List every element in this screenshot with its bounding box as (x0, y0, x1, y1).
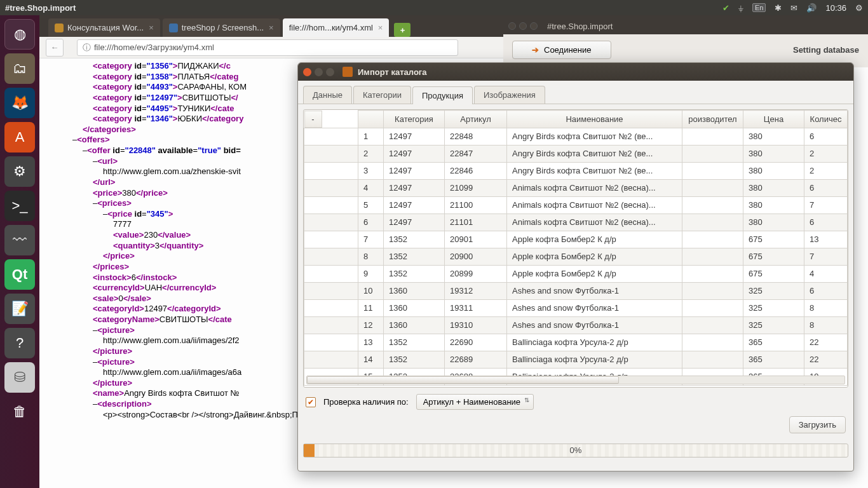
setting-titlebar[interactable]: #tree.Shop.import (503, 18, 868, 34)
cell-manufacturer[interactable] (682, 145, 743, 162)
dash-icon[interactable]: ◍ (4, 19, 35, 50)
table-row[interactable]: 21249722847Angry Birds кофта Свитшот №2 … (304, 145, 848, 162)
mail-icon[interactable]: ✉ (790, 3, 797, 13)
cell-qty[interactable]: 2 (804, 162, 848, 179)
dialog-titlebar[interactable]: Импорт каталога (298, 63, 853, 81)
scrollbar-thumb[interactable] (307, 376, 619, 384)
cell-manufacturer[interactable] (682, 334, 743, 351)
cell-price[interactable]: 325 (743, 299, 804, 316)
cell-price[interactable]: 380 (743, 128, 804, 145)
browser-tab[interactable]: Консультация Wor...× (48, 18, 160, 37)
disk-icon[interactable]: ⛁ (4, 362, 35, 393)
cell-article[interactable]: 22846 (445, 162, 507, 179)
cell-name[interactable]: Ashes and snow Футболка-1 (507, 316, 682, 334)
cell-name[interactable]: Ballinciaga кофта Урсула-2 д/р (507, 334, 682, 351)
window-max-icon[interactable] (530, 22, 538, 30)
volume-icon[interactable]: 🔊 (806, 3, 817, 13)
table-row[interactable]: 41249721099Animals кофта Свитшот №2 (вес… (304, 179, 848, 196)
bluetooth-icon[interactable]: ✱ (775, 3, 782, 13)
trash-icon[interactable]: 🗑 (4, 396, 35, 427)
cell-qty[interactable]: 6 (804, 179, 848, 196)
cell-category[interactable]: 1352 (384, 248, 445, 265)
url-input[interactable] (77, 39, 458, 56)
tab-categories[interactable]: Категории (353, 86, 411, 104)
cell-article[interactable]: 22689 (445, 351, 507, 368)
window-min-icon[interactable] (519, 22, 527, 30)
col-category[interactable]: Категория (384, 111, 445, 128)
grid-corner-button[interactable]: - (304, 111, 322, 128)
horizontal-scrollbar[interactable] (306, 376, 845, 384)
cell-price[interactable]: 380 (743, 145, 804, 162)
cell-manufacturer[interactable] (682, 299, 743, 316)
window-close-icon[interactable] (508, 22, 516, 30)
cell-name[interactable]: Angry Birds кофта Свитшот №2 (ве... (507, 128, 682, 145)
cell-article[interactable]: 21101 (445, 214, 507, 231)
cell-category[interactable]: 12497 (384, 145, 445, 162)
cell-name[interactable]: Animals кофта Свитшот №2 (весна)... (507, 214, 682, 231)
cell-name[interactable]: Ashes and snow Футболка-1 (507, 282, 682, 299)
cell-name[interactable]: Animals кофта Свитшот №2 (весна)... (507, 196, 682, 214)
settings-icon[interactable]: ⚙ (4, 156, 35, 187)
cell-article[interactable]: 19310 (445, 316, 507, 334)
cell-manufacturer[interactable] (682, 231, 743, 248)
cell-article[interactable]: 20900 (445, 248, 507, 265)
cell-article[interactable]: 22690 (445, 334, 507, 351)
cell-article[interactable]: 21099 (445, 179, 507, 196)
files-icon[interactable]: 🗂 (4, 53, 35, 84)
text-editor-icon[interactable]: 📝 (4, 294, 35, 324)
cell-article[interactable]: 19312 (445, 282, 507, 299)
col-name[interactable]: Наименование (507, 111, 682, 128)
table-row[interactable]: 11249722848Angry Birds кофта Свитшот №2 … (304, 128, 848, 145)
cell-manufacturer[interactable] (682, 162, 743, 179)
window-max-icon[interactable] (326, 68, 334, 76)
cell-qty[interactable]: 8 (804, 316, 848, 334)
cell-qty[interactable]: 6 (804, 128, 848, 145)
cell-price[interactable]: 380 (743, 179, 804, 196)
mysql-icon[interactable]: 〰 (4, 225, 35, 255)
cell-name[interactable]: Apple кофта Бомбер2 К д/р (507, 248, 682, 265)
cell-qty[interactable]: 8 (804, 299, 848, 316)
cell-category[interactable]: 1360 (384, 299, 445, 316)
cell-category[interactable]: 1360 (384, 282, 445, 299)
cell-manufacturer[interactable] (682, 196, 743, 214)
table-row[interactable]: 61249721101Animals кофта Свитшот №2 (вес… (304, 214, 848, 231)
help-icon[interactable]: ? (4, 328, 35, 358)
cell-price[interactable]: 380 (743, 196, 804, 214)
cell-manufacturer[interactable] (682, 214, 743, 231)
table-row[interactable]: 8135220900Apple кофта Бомбер2 К д/р6757 (304, 248, 848, 265)
cell-name[interactable]: Apple кофта Бомбер2 К д/р (507, 231, 682, 248)
cell-manufacturer[interactable] (682, 351, 743, 368)
window-min-icon[interactable] (315, 68, 323, 76)
table-row[interactable]: 12136019310Ashes and snow Футболка-13258 (304, 316, 848, 334)
close-tab-icon[interactable]: × (378, 23, 383, 32)
tab-images[interactable]: Изображения (474, 86, 545, 104)
cell-price[interactable]: 325 (743, 316, 804, 334)
cell-article[interactable]: 22847 (445, 145, 507, 162)
cell-qty[interactable]: 22 (804, 351, 848, 368)
cell-category[interactable]: 12497 (384, 162, 445, 179)
cell-qty[interactable]: 7 (804, 248, 848, 265)
cell-manufacturer[interactable] (682, 128, 743, 145)
cell-name[interactable]: Animals кофта Свитшот №2 (весна)... (507, 179, 682, 196)
cell-category[interactable]: 1360 (384, 316, 445, 334)
software-center-icon[interactable]: A (4, 122, 35, 152)
table-row[interactable]: 7135220901Apple кофта Бомбер2 К д/р67513 (304, 231, 848, 248)
new-tab-button[interactable]: + (394, 23, 410, 37)
table-row[interactable]: 13135222690Ballinciaga кофта Урсула-2 д/… (304, 334, 848, 351)
col-manufacturer[interactable]: роизводител (682, 111, 743, 128)
cell-name[interactable]: Apple кофта Бомбер2 К д/р (507, 265, 682, 282)
cell-name[interactable]: Ballinciaga кофта Урсула-2 д/р (507, 351, 682, 368)
cell-category[interactable]: 1352 (384, 351, 445, 368)
language-indicator[interactable]: En (752, 3, 766, 12)
cell-article[interactable]: 21100 (445, 196, 507, 214)
table-row[interactable]: 31249722846Angry Birds кофта Свитшот №2 … (304, 162, 848, 179)
cell-category[interactable]: 1352 (384, 265, 445, 282)
table-row[interactable]: 11136019311Ashes and snow Футболка-13258 (304, 299, 848, 316)
cell-article[interactable]: 22848 (445, 128, 507, 145)
cell-price[interactable]: 325 (743, 282, 804, 299)
qt-icon[interactable]: Qt (4, 259, 35, 290)
match-combo[interactable]: Артикул + Наименование (416, 394, 534, 410)
table-row[interactable]: 14135222689Ballinciaga кофта Урсула-2 д/… (304, 351, 848, 368)
load-button[interactable]: Загрузить (789, 416, 846, 433)
cell-category[interactable]: 1352 (384, 334, 445, 351)
